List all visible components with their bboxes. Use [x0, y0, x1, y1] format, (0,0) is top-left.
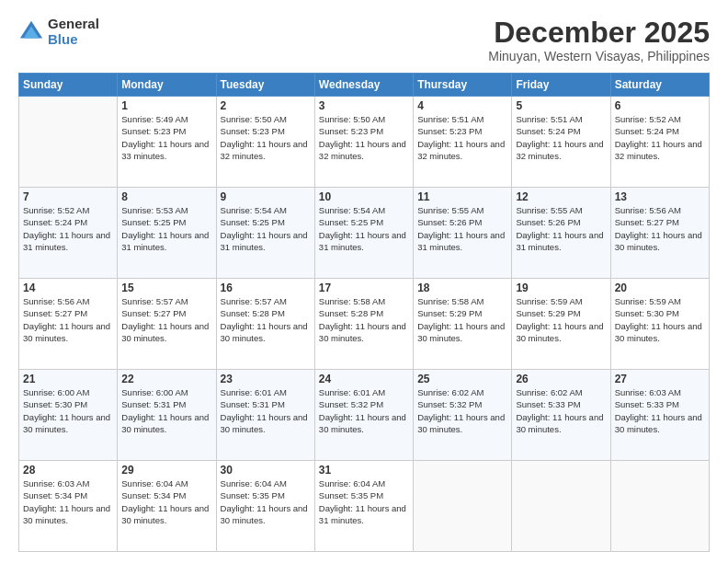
- table-row: 5 Sunrise: 5:51 AMSunset: 5:24 PMDayligh…: [512, 97, 610, 188]
- day-info: Sunrise: 5:59 AMSunset: 5:30 PMDaylight:…: [615, 296, 702, 343]
- col-wednesday: Wednesday: [314, 74, 413, 97]
- table-row: 22 Sunrise: 6:00 AMSunset: 5:31 PMDaylig…: [118, 370, 216, 461]
- day-info: Sunrise: 6:04 AMSunset: 5:34 PMDaylight:…: [121, 478, 209, 525]
- day-info: Sunrise: 5:52 AMSunset: 5:24 PMDaylight:…: [615, 114, 702, 161]
- table-row: 7 Sunrise: 5:52 AMSunset: 5:24 PMDayligh…: [19, 188, 118, 279]
- day-number: 18: [417, 282, 507, 294]
- week-row-1: 7 Sunrise: 5:52 AMSunset: 5:24 PMDayligh…: [19, 188, 710, 279]
- table-row: 2 Sunrise: 5:50 AMSunset: 5:23 PMDayligh…: [216, 97, 314, 188]
- table-row: 9 Sunrise: 5:54 AMSunset: 5:25 PMDayligh…: [216, 188, 314, 279]
- day-number: 21: [23, 373, 113, 385]
- day-number: 3: [319, 99, 409, 112]
- location-title: Minuyan, Western Visayas, Philippines: [488, 49, 710, 63]
- col-sunday: Sunday: [19, 74, 118, 97]
- day-number: 9: [221, 190, 311, 203]
- day-number: 22: [121, 373, 211, 385]
- logo-general-text: General: [48, 17, 99, 32]
- day-number: 20: [615, 282, 705, 294]
- day-number: 5: [516, 99, 606, 112]
- table-row: 15 Sunrise: 5:57 AMSunset: 5:27 PMDaylig…: [118, 279, 216, 370]
- day-number: 29: [121, 464, 211, 477]
- day-number: 15: [121, 282, 211, 294]
- day-info: Sunrise: 5:50 AMSunset: 5:23 PMDaylight:…: [221, 114, 308, 161]
- logo-icon: [18, 19, 44, 45]
- day-number: 30: [221, 464, 311, 477]
- day-info: Sunrise: 5:55 AMSunset: 5:26 PMDaylight:…: [516, 205, 603, 252]
- col-friday: Friday: [512, 74, 610, 97]
- day-number: 4: [417, 99, 507, 112]
- col-saturday: Saturday: [610, 74, 709, 97]
- table-row: [414, 461, 512, 552]
- table-row: 30 Sunrise: 6:04 AMSunset: 5:35 PMDaylig…: [216, 461, 314, 552]
- day-info: Sunrise: 6:04 AMSunset: 5:35 PMDaylight:…: [319, 478, 406, 525]
- table-row: 18 Sunrise: 5:58 AMSunset: 5:29 PMDaylig…: [414, 279, 512, 370]
- day-number: 2: [221, 99, 311, 112]
- day-info: Sunrise: 5:52 AMSunset: 5:24 PMDaylight:…: [23, 205, 110, 252]
- table-row: 1 Sunrise: 5:49 AMSunset: 5:23 PMDayligh…: [118, 97, 216, 188]
- table-row: 17 Sunrise: 5:58 AMSunset: 5:28 PMDaylig…: [314, 279, 413, 370]
- table-row: 20 Sunrise: 5:59 AMSunset: 5:30 PMDaylig…: [610, 279, 709, 370]
- day-info: Sunrise: 5:53 AMSunset: 5:25 PMDaylight:…: [121, 205, 209, 252]
- table-row: 31 Sunrise: 6:04 AMSunset: 5:35 PMDaylig…: [314, 461, 413, 552]
- table-row: 29 Sunrise: 6:04 AMSunset: 5:34 PMDaylig…: [118, 461, 216, 552]
- day-info: Sunrise: 6:02 AMSunset: 5:33 PMDaylight:…: [516, 387, 603, 434]
- calendar-header-row: Sunday Monday Tuesday Wednesday Thursday…: [19, 74, 710, 97]
- table-row: 4 Sunrise: 5:51 AMSunset: 5:23 PMDayligh…: [414, 97, 512, 188]
- day-info: Sunrise: 6:02 AMSunset: 5:32 PMDaylight:…: [417, 387, 505, 434]
- logo-text: General Blue: [48, 17, 99, 47]
- day-number: 6: [615, 99, 705, 112]
- table-row: 8 Sunrise: 5:53 AMSunset: 5:25 PMDayligh…: [118, 188, 216, 279]
- day-info: Sunrise: 5:55 AMSunset: 5:26 PMDaylight:…: [417, 205, 505, 252]
- day-number: 31: [319, 464, 409, 477]
- day-info: Sunrise: 5:58 AMSunset: 5:28 PMDaylight:…: [319, 296, 406, 343]
- title-section: December 2025 Minuyan, Western Visayas, …: [488, 17, 710, 63]
- day-number: 16: [221, 282, 311, 294]
- day-number: 14: [23, 282, 113, 294]
- day-number: 27: [615, 373, 705, 385]
- day-info: Sunrise: 5:57 AMSunset: 5:28 PMDaylight:…: [221, 296, 308, 343]
- day-info: Sunrise: 6:04 AMSunset: 5:35 PMDaylight:…: [221, 478, 308, 525]
- table-row: 14 Sunrise: 5:56 AMSunset: 5:27 PMDaylig…: [19, 279, 118, 370]
- col-monday: Monday: [118, 74, 216, 97]
- day-info: Sunrise: 5:56 AMSunset: 5:27 PMDaylight:…: [23, 296, 110, 343]
- col-thursday: Thursday: [414, 74, 512, 97]
- table-row: 26 Sunrise: 6:02 AMSunset: 5:33 PMDaylig…: [512, 370, 610, 461]
- day-number: 25: [417, 373, 507, 385]
- table-row: 12 Sunrise: 5:55 AMSunset: 5:26 PMDaylig…: [512, 188, 610, 279]
- day-info: Sunrise: 5:57 AMSunset: 5:27 PMDaylight:…: [121, 296, 209, 343]
- day-info: Sunrise: 6:00 AMSunset: 5:30 PMDaylight:…: [23, 387, 110, 434]
- day-number: 11: [417, 190, 507, 203]
- logo: General Blue: [18, 17, 99, 47]
- day-info: Sunrise: 5:59 AMSunset: 5:29 PMDaylight:…: [516, 296, 603, 343]
- day-info: Sunrise: 6:01 AMSunset: 5:31 PMDaylight:…: [221, 387, 308, 434]
- day-info: Sunrise: 6:03 AMSunset: 5:33 PMDaylight:…: [615, 387, 702, 434]
- page: General Blue December 2025 Minuyan, West…: [0, 0, 728, 563]
- day-info: Sunrise: 5:58 AMSunset: 5:29 PMDaylight:…: [417, 296, 505, 343]
- day-number: 7: [23, 190, 113, 203]
- table-row: 10 Sunrise: 5:54 AMSunset: 5:25 PMDaylig…: [314, 188, 413, 279]
- table-row: 24 Sunrise: 6:01 AMSunset: 5:32 PMDaylig…: [314, 370, 413, 461]
- day-info: Sunrise: 5:54 AMSunset: 5:25 PMDaylight:…: [221, 205, 308, 252]
- day-number: 23: [221, 373, 311, 385]
- table-row: 27 Sunrise: 6:03 AMSunset: 5:33 PMDaylig…: [610, 370, 709, 461]
- day-number: 1: [121, 99, 211, 112]
- day-number: 19: [516, 282, 606, 294]
- calendar-table: Sunday Monday Tuesday Wednesday Thursday…: [18, 73, 710, 552]
- table-row: 13 Sunrise: 5:56 AMSunset: 5:27 PMDaylig…: [610, 188, 709, 279]
- week-row-0: 1 Sunrise: 5:49 AMSunset: 5:23 PMDayligh…: [19, 97, 710, 188]
- table-row: [610, 461, 709, 552]
- table-row: 3 Sunrise: 5:50 AMSunset: 5:23 PMDayligh…: [314, 97, 413, 188]
- day-number: 24: [319, 373, 409, 385]
- day-info: Sunrise: 6:03 AMSunset: 5:34 PMDaylight:…: [23, 478, 110, 525]
- table-row: [512, 461, 610, 552]
- day-number: 17: [319, 282, 409, 294]
- table-row: 16 Sunrise: 5:57 AMSunset: 5:28 PMDaylig…: [216, 279, 314, 370]
- col-tuesday: Tuesday: [216, 74, 314, 97]
- day-number: 13: [615, 190, 705, 203]
- week-row-3: 21 Sunrise: 6:00 AMSunset: 5:30 PMDaylig…: [19, 370, 710, 461]
- day-info: Sunrise: 5:51 AMSunset: 5:23 PMDaylight:…: [417, 114, 505, 161]
- month-title: December 2025: [488, 17, 710, 49]
- day-info: Sunrise: 5:51 AMSunset: 5:24 PMDaylight:…: [516, 114, 603, 161]
- day-info: Sunrise: 5:54 AMSunset: 5:25 PMDaylight:…: [319, 205, 406, 252]
- table-row: 6 Sunrise: 5:52 AMSunset: 5:24 PMDayligh…: [610, 97, 709, 188]
